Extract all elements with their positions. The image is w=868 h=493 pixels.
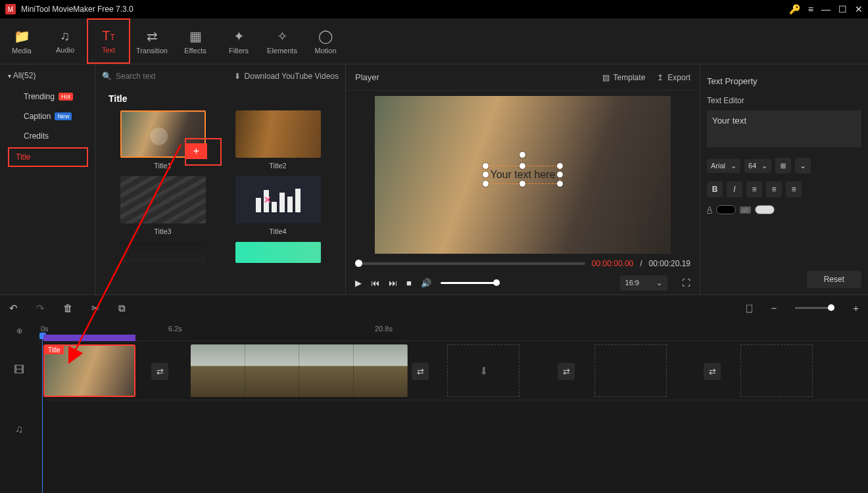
sidebar-item-trending[interactable]: TrendingHot (0, 87, 95, 106)
text-icon: TT (102, 28, 115, 43)
zoom-out-button[interactable]: − (771, 302, 777, 314)
stop-button[interactable]: ■ (406, 278, 412, 288)
asset-panel: 🔍Search text ⬇Download YouTube Videos Ti… (95, 64, 345, 294)
volume-icon[interactable]: 🔊 (421, 278, 431, 288)
font-size-select[interactable]: 64⌄ (744, 159, 771, 173)
align-left-button[interactable]: ≡ (746, 181, 762, 197)
line-spacing-button[interactable]: ≣ (775, 158, 791, 174)
more-button[interactable]: ⌄ (795, 158, 811, 174)
asset-card-title3[interactable]: Title3 (108, 176, 217, 235)
export-button[interactable]: ↥Export (657, 73, 690, 82)
italic-button[interactable]: I (727, 181, 742, 197)
preview-canvas[interactable]: Your text here (375, 96, 671, 254)
tab-elements[interactable]: ✧Elements (260, 18, 304, 64)
transition-slot-4[interactable]: ⇄ (704, 363, 721, 380)
next-frame-button[interactable]: ⏭ (389, 278, 397, 288)
fit-button[interactable]: ⎕ (746, 302, 752, 314)
reset-button[interactable]: Reset (807, 271, 861, 288)
volume-slider[interactable] (441, 282, 500, 284)
align-center-button[interactable]: ≡ (766, 181, 782, 197)
asset-card-extra2[interactable] (224, 242, 332, 263)
elements-icon: ✧ (277, 28, 288, 44)
undo-button[interactable]: ↶ (9, 302, 18, 314)
add-asset-button[interactable]: + (186, 143, 207, 159)
text-color-swatch[interactable] (716, 205, 736, 214)
asset-card-title4[interactable]: × Title4 (224, 176, 332, 235)
add-track-button[interactable]: ⊕ (0, 321, 38, 340)
sidebar-item-caption[interactable]: CaptionNew (0, 106, 95, 126)
audio-track-icon[interactable]: ♫ (0, 400, 38, 459)
asset-card-title1[interactable]: + Title1 (108, 110, 217, 170)
video-track-icon[interactable]: 🎞 (0, 340, 38, 400)
maximize-icon[interactable]: ☐ (838, 4, 847, 14)
panel-title: Text Property (707, 71, 861, 91)
align-right-button[interactable]: ≡ (786, 181, 802, 197)
text-overlay[interactable]: Your text here (485, 166, 560, 184)
font-select[interactable]: Arial⌄ (707, 159, 740, 173)
transition-icon: ⇄ (147, 28, 158, 44)
bold-button[interactable]: B (707, 181, 723, 197)
minimize-icon[interactable]: — (821, 4, 831, 14)
empty-slot-3[interactable] (740, 344, 813, 397)
text-color-label: A (707, 205, 712, 214)
tab-audio[interactable]: ♫Audio (43, 18, 87, 64)
asset-section-title: Title (102, 88, 339, 110)
zoom-slider[interactable] (795, 307, 834, 309)
delete-button[interactable]: 🗑 (63, 302, 73, 314)
empty-slot-2[interactable] (594, 344, 667, 397)
sidebar-header-all[interactable]: All(52) (0, 64, 95, 87)
tab-transition[interactable]: ⇄Transition (130, 18, 174, 64)
prev-frame-button[interactable]: ⏮ (371, 278, 379, 288)
effects-icon: ▦ (189, 28, 202, 44)
download-icon: ⬇ (234, 72, 241, 81)
split-button[interactable]: ✂ (91, 302, 100, 314)
export-icon: ↥ (657, 73, 663, 82)
chevron-down-icon: ⌄ (731, 162, 736, 170)
titlebar: M MiniTool MovieMaker Free 7.3.0 🔑 ≡ — ☐… (0, 0, 868, 18)
timecode-current: 00:00:00.00 (592, 259, 633, 268)
transition-slot-3[interactable]: ⇄ (558, 363, 575, 380)
tab-filters[interactable]: ✦Filters (217, 18, 260, 64)
sidebar-item-title[interactable]: Title (8, 147, 88, 167)
template-button[interactable]: ▤Template (602, 73, 646, 82)
transition-slot-2[interactable]: ⇄ (412, 363, 429, 380)
search-input[interactable]: 🔍Search text (102, 72, 156, 81)
title-clip[interactable]: Title (43, 344, 135, 397)
new-badge: New (55, 112, 72, 120)
sidebar-item-credits[interactable]: Credits (0, 126, 95, 146)
zoom-in-button[interactable]: + (853, 302, 859, 314)
empty-slot-1[interactable]: ⬇ (447, 344, 519, 397)
tab-media[interactable]: 📁Media (0, 18, 43, 64)
highlight-color-swatch[interactable] (755, 205, 775, 214)
license-key-icon[interactable]: 🔑 (789, 4, 800, 14)
chevron-down-icon: ⌄ (656, 279, 662, 287)
music-note-icon: ♫ (60, 28, 70, 43)
video-clip[interactable] (191, 344, 408, 397)
crop-button[interactable]: ⧉ (118, 302, 126, 314)
player-panel: Player ▤Template ↥Export Your text here … (345, 64, 700, 294)
audio-track[interactable] (38, 400, 868, 459)
redo-button[interactable]: ↷ (36, 302, 45, 314)
menu-icon[interactable]: ≡ (808, 4, 813, 14)
timecode-total: 00:00:20.19 (649, 259, 690, 268)
video-track[interactable]: Title ⇄ ⇄ ⬇ ⇄ ⇄ (38, 340, 868, 400)
asset-card-title2[interactable]: Title2 (224, 110, 332, 170)
fullscreen-button[interactable]: ⛶ (682, 278, 690, 288)
motion-icon: ◯ (318, 28, 333, 44)
seek-bar[interactable] (355, 262, 585, 265)
timeline: ⊕ 🎞 ♫ 0s 6.2s 20.8s Title ⇄ ⇄ ⬇ ⇄ ⇄ (0, 321, 868, 493)
transition-slot-1[interactable]: ⇄ (151, 363, 168, 380)
timeline-ruler[interactable]: 0s 6.2s 20.8s (38, 321, 868, 340)
tab-effects[interactable]: ▦Effects (174, 18, 217, 64)
hot-badge: Hot (59, 93, 73, 101)
text-input[interactable] (707, 110, 861, 147)
player-label: Player (355, 72, 379, 82)
close-icon[interactable]: ✕ (855, 4, 863, 14)
filters-icon: ✦ (233, 28, 245, 44)
tab-text[interactable]: TTText (87, 18, 130, 64)
tab-motion[interactable]: ◯Motion (304, 18, 347, 64)
aspect-ratio-select[interactable]: 16:9⌄ (620, 275, 667, 291)
play-button[interactable]: ▶ (355, 278, 362, 288)
asset-card-extra1[interactable] (108, 242, 217, 263)
download-youtube-link[interactable]: ⬇Download YouTube Videos (234, 72, 339, 81)
